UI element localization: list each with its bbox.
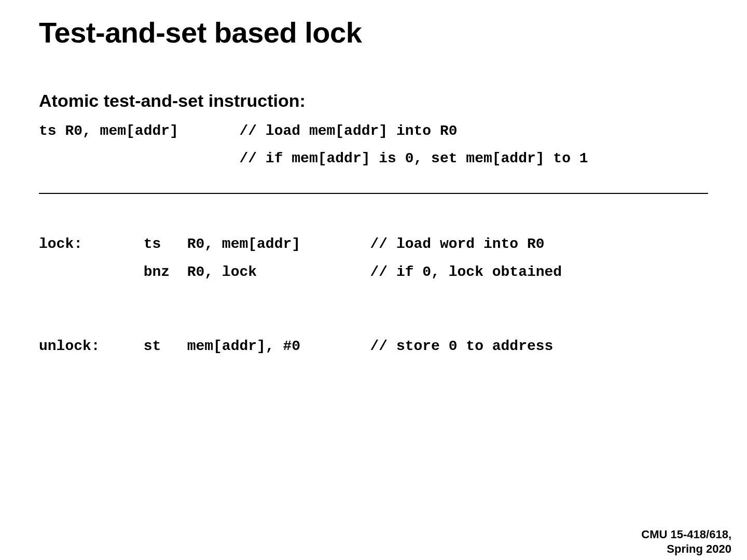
footer-course: CMU 15-418/618, bbox=[641, 527, 731, 542]
slide-content: Test-and-set based lock Atomic test-and-… bbox=[0, 0, 747, 360]
code-line: ts R0, mem[addr] // load mem[addr] into … bbox=[39, 123, 458, 139]
slide-title: Test-and-set based lock bbox=[39, 16, 708, 49]
divider-line bbox=[39, 193, 708, 194]
code-line: unlock: st mem[addr], #0 // store 0 to a… bbox=[39, 338, 553, 354]
code-line: // if mem[addr] is 0, set mem[addr] to 1 bbox=[39, 150, 588, 166]
code-line: lock: ts R0, mem[addr] // load word into… bbox=[39, 236, 545, 252]
code-line: bnz R0, lock // if 0, lock obtained bbox=[39, 264, 562, 280]
code-block-unlock: unlock: st mem[addr], #0 // store 0 to a… bbox=[39, 332, 708, 360]
code-block-atomic: ts R0, mem[addr] // load mem[addr] into … bbox=[39, 117, 708, 172]
slide-footer: CMU 15-418/618, Spring 2020 bbox=[641, 527, 731, 556]
footer-term: Spring 2020 bbox=[641, 542, 731, 556]
code-block-lock: lock: ts R0, mem[addr] // load word into… bbox=[39, 230, 708, 285]
section-heading-atomic: Atomic test-and-set instruction: bbox=[39, 91, 708, 111]
